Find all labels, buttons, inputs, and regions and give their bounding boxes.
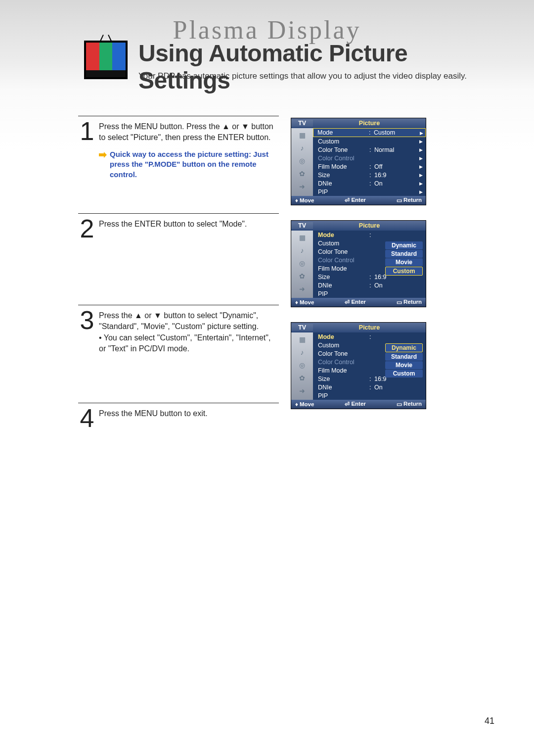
osd-option: Dynamic xyxy=(385,241,423,249)
osd-rows: Mode : Custom Custom Color Tone : Normal… xyxy=(313,128,426,196)
osd-row-label: Color Control xyxy=(318,155,369,162)
osd-option: Custom xyxy=(385,370,423,378)
tip-arrow-icon xyxy=(99,150,107,160)
picture-icon: ▦ xyxy=(295,233,309,242)
osd-row: Film Mode : Off xyxy=(313,162,426,171)
step-text: Press the MENU button to exit. xyxy=(99,408,279,419)
osd-row-value: Off xyxy=(374,163,419,170)
channel-icon: ◎ xyxy=(295,156,309,166)
osd-row-label: Mode xyxy=(318,232,369,238)
chevron-right-icon xyxy=(419,155,423,161)
osd-row: Size : 16:9 xyxy=(313,171,426,179)
osd-row-label: PIP xyxy=(318,290,369,297)
osd-row: PIP xyxy=(313,188,426,196)
quick-tip: Quick way to access the picture setting:… xyxy=(99,149,279,180)
osd-row: PIP xyxy=(313,289,426,298)
setup-icon: ✿ xyxy=(295,373,309,383)
chevron-right-icon xyxy=(419,189,423,194)
osd-row-value: On xyxy=(374,384,423,391)
osd-row: Custom xyxy=(313,137,426,145)
osd-row: DNIe : On xyxy=(313,281,426,289)
input-icon: ➜ xyxy=(295,182,309,191)
step-text: Press the ▲ or ▼ button to select "Dynam… xyxy=(99,310,279,331)
osd-row-label: DNIe xyxy=(318,282,369,289)
sound-icon: ♪ xyxy=(295,245,309,255)
step-2: 2 Press the ENTER button to select "Mode… xyxy=(78,213,279,243)
step-4: 4 Press the MENU button to exit. xyxy=(78,403,279,433)
sound-icon: ♪ xyxy=(295,143,309,153)
osd-enter-hint: ⏎Enter xyxy=(345,299,365,306)
input-icon: ➜ xyxy=(295,284,309,294)
osd-enter-hint: ⏎Enter xyxy=(345,197,365,204)
osd-source: TV xyxy=(291,120,313,127)
tv-section-icon xyxy=(84,41,128,79)
osd-row-label: DNIe xyxy=(318,180,369,187)
osd-rows: Mode : Custom Color Tone Color Control F… xyxy=(313,231,426,298)
osd-option: Dynamic xyxy=(385,343,423,352)
osd-enter-hint: ⏎Enter xyxy=(345,401,365,408)
osd-row-label: PIP xyxy=(318,189,369,195)
step-number: 1 xyxy=(78,120,96,142)
osd-icon-rail: ▦ ♪ ◎ ✿ ➜ xyxy=(291,332,313,400)
osd-source: TV xyxy=(291,222,313,229)
page-title: Using Automatic Picture Settings xyxy=(138,40,504,94)
osd-menu-title: Picture xyxy=(313,324,426,331)
osd-move-hint: ♦Move xyxy=(295,299,314,306)
osd-row-value: Custom xyxy=(374,129,420,136)
osd-footer: ♦Move ⏎Enter ▭Return xyxy=(291,400,426,409)
chevron-right-icon xyxy=(419,139,423,144)
osd-row: Color Control xyxy=(313,154,426,162)
osd-icon-rail: ▦ ♪ ◎ ✿ ➜ xyxy=(291,231,313,298)
osd-row-label: Mode xyxy=(318,333,369,340)
osd-row-label: Color Tone xyxy=(318,350,369,357)
osd-row-label: Size xyxy=(318,376,369,382)
osd-row-label: Film Mode xyxy=(318,163,369,170)
osd-row-label: Custom xyxy=(318,240,369,247)
osd-row: Mode : Custom xyxy=(313,128,426,137)
osd-row: PIP xyxy=(313,391,426,400)
osd-options: DynamicStandardMovieCustom xyxy=(385,241,423,276)
osd-row: DNIe : On xyxy=(313,383,426,391)
osd-column: TV Picture ▦ ♪ ◎ ✿ ➜ Mode : Custom Custo… xyxy=(291,118,426,424)
osd-row-label: Color Control xyxy=(318,359,369,366)
osd-header: TV Picture xyxy=(291,221,426,231)
input-icon: ➜ xyxy=(295,386,309,396)
osd-option: Standard xyxy=(385,353,423,361)
osd-row-value: On xyxy=(374,282,423,289)
osd-row-label: Size xyxy=(318,172,369,179)
step-text: Press the ENTER button to select "Mode". xyxy=(99,219,279,230)
osd-move-hint: ♦Move xyxy=(295,197,314,204)
osd-row-value: On xyxy=(374,180,419,187)
page-number: 41 xyxy=(485,716,494,726)
osd-row-label: Color Control xyxy=(318,257,369,264)
chevron-right-icon xyxy=(419,181,423,186)
osd-row-label: Mode xyxy=(317,129,369,136)
step-bullet: You can select "Custom", "Entertain", "I… xyxy=(99,332,279,354)
osd-row-label: Size xyxy=(318,274,369,281)
osd-screenshot-3: TV Picture ▦ ♪ ◎ ✿ ➜ Mode : Custom Color… xyxy=(291,322,426,409)
osd-header: TV Picture xyxy=(291,323,426,332)
osd-option: Movie xyxy=(385,361,423,369)
osd-screenshot-1: TV Picture ▦ ♪ ◎ ✿ ➜ Mode : Custom Custo… xyxy=(291,118,426,205)
step-number: 3 xyxy=(78,309,96,331)
osd-header: TV Picture xyxy=(291,118,426,128)
osd-option: Custom xyxy=(385,267,423,276)
osd-menu-title: Picture xyxy=(313,222,426,229)
osd-row-label: Custom xyxy=(318,342,369,349)
osd-icon-rail: ▦ ♪ ◎ ✿ ➜ xyxy=(291,128,313,196)
step-3: 3 Press the ▲ or ▼ button to select "Dyn… xyxy=(78,305,279,358)
channel-icon: ◎ xyxy=(295,258,309,268)
osd-row: Mode : xyxy=(313,332,426,341)
osd-row: DNIe : On xyxy=(313,179,426,188)
osd-row: Mode : xyxy=(313,231,426,239)
setup-icon: ✿ xyxy=(295,271,309,281)
osd-row-value: Normal xyxy=(374,146,419,153)
svg-marker-0 xyxy=(99,152,107,158)
chevron-right-icon xyxy=(419,164,423,169)
osd-return-hint: ▭Return xyxy=(397,197,422,204)
osd-return-hint: ▭Return xyxy=(397,401,422,408)
osd-row-label: Color Tone xyxy=(318,248,369,255)
osd-option: Movie xyxy=(385,258,423,266)
osd-row: Color Tone : Normal xyxy=(313,145,426,154)
osd-footer: ♦Move ⏎Enter ▭Return xyxy=(291,196,426,205)
